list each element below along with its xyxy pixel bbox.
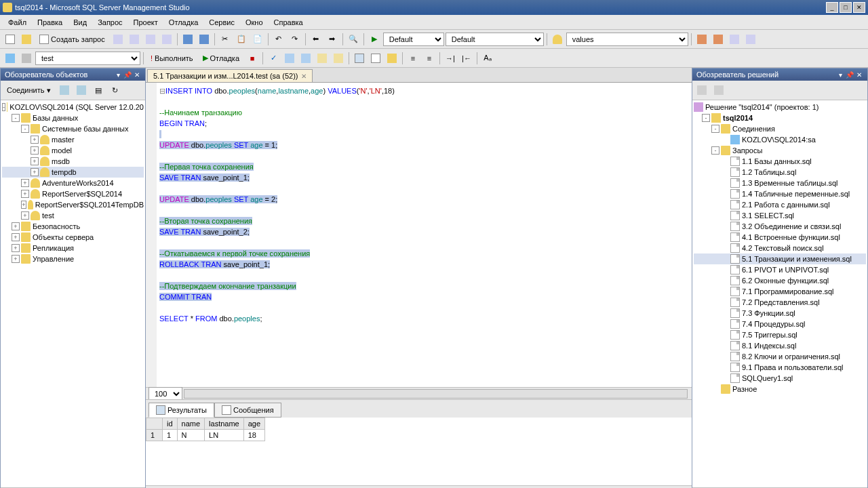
system-db-node[interactable]: -Системные базы данных bbox=[2, 123, 144, 134]
menu-file[interactable]: Файл bbox=[3, 17, 32, 28]
aw-node[interactable]: +AdventureWorks2014 bbox=[2, 178, 144, 188]
menu-view[interactable]: Вид bbox=[68, 17, 92, 28]
security-node[interactable]: +Безопасность bbox=[2, 221, 144, 232]
debug-button[interactable]: ▶Отладка bbox=[199, 52, 243, 64]
col-name[interactable]: name bbox=[177, 418, 205, 430]
sql-file-item[interactable]: 7.3 Функции.sql bbox=[694, 308, 866, 319]
oe-filter-icon[interactable]: ▤ bbox=[91, 83, 106, 98]
test-node[interactable]: +test bbox=[2, 210, 144, 221]
config-combo-1[interactable]: Default bbox=[383, 33, 444, 46]
col-id[interactable]: id bbox=[163, 418, 178, 430]
outdent-icon[interactable]: |← bbox=[459, 51, 474, 66]
connect-icon[interactable] bbox=[3, 51, 18, 66]
config-combo-2[interactable]: Default bbox=[446, 33, 544, 46]
oe-icon-2[interactable] bbox=[74, 83, 89, 98]
messages-tab[interactable]: Сообщения bbox=[214, 403, 281, 418]
paste-icon[interactable]: 📄 bbox=[250, 32, 265, 47]
close-panel-icon[interactable]: ✕ bbox=[133, 70, 141, 79]
nav-back-icon[interactable]: ⬅ bbox=[309, 32, 323, 47]
sql-file-item[interactable]: 6.2 Оконные функции.sql bbox=[694, 275, 866, 286]
sql-file-item[interactable]: 8.1 Индексы.sql bbox=[694, 340, 866, 351]
sql-file-item[interactable]: 7.4 Процедуры.sql bbox=[694, 319, 866, 329]
sql-file-item[interactable]: 7.5 Триггеры.sql bbox=[694, 329, 866, 340]
values-combo[interactable]: values bbox=[566, 33, 688, 46]
sql-file-item[interactable]: 4.2 Текстовый поиск.sql bbox=[694, 243, 866, 253]
disconnect-icon[interactable] bbox=[19, 51, 34, 66]
results-file-icon[interactable] bbox=[384, 51, 399, 66]
server-obj-node[interactable]: +Объекты сервера bbox=[2, 232, 144, 243]
results-grid[interactable]: id name lastname age 1 1 N LN 18 bbox=[146, 418, 692, 485]
menu-help[interactable]: Справка bbox=[269, 17, 309, 28]
project-node[interactable]: -tsql2014 bbox=[694, 113, 866, 123]
tb-end-1[interactable] bbox=[694, 32, 709, 47]
se-icon-1[interactable] bbox=[694, 83, 709, 98]
connection-item[interactable]: KOZLOV\SQL2014:sa bbox=[694, 134, 866, 145]
new-query-button[interactable]: Создать запрос bbox=[35, 33, 109, 45]
queries-node[interactable]: -Запросы bbox=[694, 145, 866, 156]
se-close-icon[interactable]: ✕ bbox=[855, 70, 863, 79]
oe-refresh-icon[interactable]: ↻ bbox=[108, 83, 123, 98]
databases-node[interactable]: -Базы данных bbox=[2, 113, 144, 123]
sql-file-item[interactable]: 8.2 Ключи и ограничения.sql bbox=[694, 351, 866, 362]
play-icon[interactable]: ▶ bbox=[367, 32, 382, 47]
sql-file-item[interactable]: 2.1 Работа с данными.sql bbox=[694, 199, 866, 210]
se-icon-2[interactable] bbox=[711, 83, 726, 98]
solution-root[interactable]: Решение "tsql2014" (проектов: 1) bbox=[694, 102, 866, 113]
sql-file-item[interactable]: SQLQuery1.sql bbox=[694, 373, 866, 384]
sql-file-item[interactable]: 1.4 Табличные переменные.sql bbox=[694, 188, 866, 199]
execute-button[interactable]: !Выполнить bbox=[146, 53, 197, 64]
qt-icon-2[interactable] bbox=[298, 51, 313, 66]
menu-project[interactable]: Проект bbox=[128, 17, 163, 28]
connect-button[interactable]: Соединить ▾ bbox=[3, 85, 55, 96]
msdb-node[interactable]: +msdb bbox=[2, 156, 144, 167]
sql-file-item[interactable]: 7.1 Программирование.sql bbox=[694, 286, 866, 297]
qt-icon-1[interactable] bbox=[282, 51, 297, 66]
database-combo[interactable]: test bbox=[35, 52, 140, 65]
rs2-node[interactable]: +ReportServer$SQL2014TempDB bbox=[2, 199, 144, 210]
menu-service[interactable]: Сервис bbox=[203, 17, 240, 28]
save-icon[interactable] bbox=[180, 32, 195, 47]
server-node[interactable]: -KOZLOV\SQL2014 (SQL Server 12.0.20 bbox=[2, 102, 144, 113]
results-text-icon[interactable] bbox=[368, 51, 383, 66]
save-all-icon[interactable] bbox=[197, 32, 212, 47]
qt-icon-5[interactable]: Aₐ bbox=[480, 51, 495, 66]
tb-icon-2[interactable] bbox=[127, 32, 142, 47]
object-explorer-tree[interactable]: -KOZLOV\SQL2014 (SQL Server 12.0.20 -Баз… bbox=[1, 100, 145, 487]
sql-file-item[interactable]: 9.1 Права и пользователи.sql bbox=[694, 362, 866, 373]
sql-file-item[interactable]: 1.3 Временные таблицы.sql bbox=[694, 178, 866, 188]
stop-icon[interactable]: ■ bbox=[245, 51, 260, 66]
sql-file-item[interactable]: 3.1 SELECT.sql bbox=[694, 210, 866, 221]
tb-end-2[interactable] bbox=[711, 32, 726, 47]
sql-file-item[interactable]: 6.1 PIVOT и UNPIVOT.sql bbox=[694, 264, 866, 275]
model-node[interactable]: +model bbox=[2, 145, 144, 156]
editor-tab[interactable]: 5.1 Транзакции и изм...L2014.test (sa (5… bbox=[147, 69, 313, 82]
tab-close-icon[interactable]: ✕ bbox=[301, 73, 307, 80]
tb-end-3[interactable] bbox=[727, 32, 742, 47]
master-node[interactable]: +master bbox=[2, 134, 144, 145]
zoom-combo[interactable]: 100 % bbox=[149, 387, 182, 401]
tb-icon-3[interactable] bbox=[143, 32, 158, 47]
sql-file-item[interactable]: 4.1 Встроенные функции.sql bbox=[694, 232, 866, 243]
col-age[interactable]: age bbox=[243, 418, 264, 430]
results-grid-icon[interactable] bbox=[352, 51, 367, 66]
undo-icon[interactable]: ↶ bbox=[271, 32, 286, 47]
oe-icon-1[interactable] bbox=[57, 83, 72, 98]
tb-end-4[interactable] bbox=[743, 32, 758, 47]
tempdb-node[interactable]: +tempdb bbox=[2, 167, 144, 178]
table-row[interactable]: 1 1 N LN 18 bbox=[146, 430, 265, 441]
tb-icon-1[interactable] bbox=[111, 32, 125, 47]
indent-icon[interactable]: →| bbox=[443, 51, 458, 66]
tb-icon-4[interactable] bbox=[159, 32, 174, 47]
menu-query[interactable]: Запрос bbox=[92, 17, 127, 28]
se-pin-icon[interactable]: 📌 bbox=[846, 70, 854, 79]
dropdown-icon[interactable]: ▾ bbox=[114, 70, 122, 79]
comment-icon[interactable]: ≡ bbox=[406, 51, 420, 66]
sql-file-item[interactable]: 7.2 Представления.sql bbox=[694, 297, 866, 308]
code-editor[interactable]: ⊟INSERT INTO dbo.peoples(name,lastname,a… bbox=[146, 83, 692, 387]
menu-edit[interactable]: Правка bbox=[32, 17, 68, 28]
copy-icon[interactable]: 📋 bbox=[234, 32, 249, 47]
management-node[interactable]: +Управление bbox=[2, 253, 144, 264]
menu-debug[interactable]: Отладка bbox=[163, 17, 203, 28]
maximize-button[interactable]: □ bbox=[840, 2, 852, 13]
sql-file-item[interactable]: 1.2 Таблицы.sql bbox=[694, 167, 866, 178]
